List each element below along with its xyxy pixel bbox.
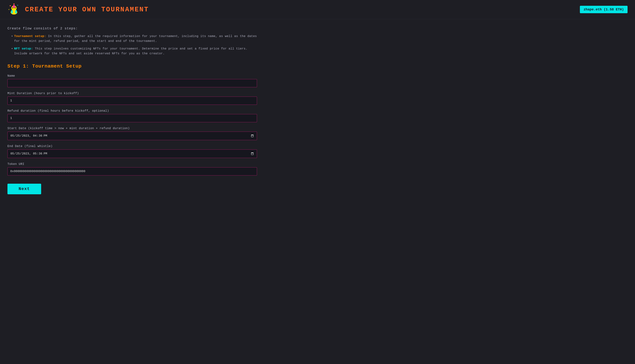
step1-item: Tournament setup: In this step, gather a… [11,34,257,44]
svg-point-10 [9,9,9,10]
steps-list: Tournament setup: In this step, gather a… [11,34,257,56]
page-title: CREATE YOUR OWN TOURNAMENT [25,6,149,14]
step1-highlight: Tournament setup: [14,34,46,38]
step2-description: This step involves customizing NFTs for … [14,47,248,55]
wallet-badge[interactable]: zhape.eth (1.58 ETH) [580,6,627,13]
step1-title: Step 1: Tournament Setup [8,64,257,69]
step2-highlight: NFT setup: [14,47,33,50]
next-button[interactable]: Next [8,184,41,194]
svg-point-9 [17,5,18,6]
mint-duration-label: Mint Duration (hours prior to kickoff) [8,92,257,95]
header-left: CREATE YOUR OWN TOURNAMENT [8,3,149,16]
logo [8,3,21,16]
name-input[interactable] [8,79,257,87]
page-header: CREATE YOUR OWN TOURNAMENT zhape.eth (1.… [0,0,635,19]
mint-duration-group: Mint Duration (hours prior to kickoff) [8,92,257,105]
start-date-input[interactable] [8,132,257,140]
refund-duration-group: Refund duration (final hours before kick… [8,109,257,122]
svg-rect-2 [15,10,17,14]
mint-duration-input[interactable] [8,96,257,105]
refund-duration-label: Refund duration (final hours before kick… [8,109,257,112]
refund-duration-input[interactable] [8,114,257,122]
token-uri-input[interactable] [8,167,257,176]
name-label: Name [8,74,257,78]
start-date-label: Start Date (kickoff time > now + mint du… [8,127,257,130]
token-uri-group: Token URI [8,162,257,176]
start-date-group: Start Date (kickoff time > now + mint du… [8,127,257,140]
end-date-group: End Date (final whistle) [8,144,257,158]
step1-description: In this step, gather all the required in… [14,34,257,43]
intro-steps-label: Create flow consists of 2 steps: [8,26,257,30]
name-group: Name [8,74,257,87]
end-date-input[interactable] [8,150,257,158]
token-uri-label: Token URI [8,162,257,166]
svg-point-7 [14,3,15,4]
step1-section: Step 1: Tournament Setup Name Mint Durat… [8,64,257,194]
step2-item: NFT setup: This step involves customizin… [11,46,257,56]
main-content: Create flow consists of 2 steps: Tournam… [0,19,264,202]
svg-rect-1 [11,10,13,14]
svg-point-8 [10,5,11,6]
end-date-label: End Date (final whistle) [8,144,257,148]
